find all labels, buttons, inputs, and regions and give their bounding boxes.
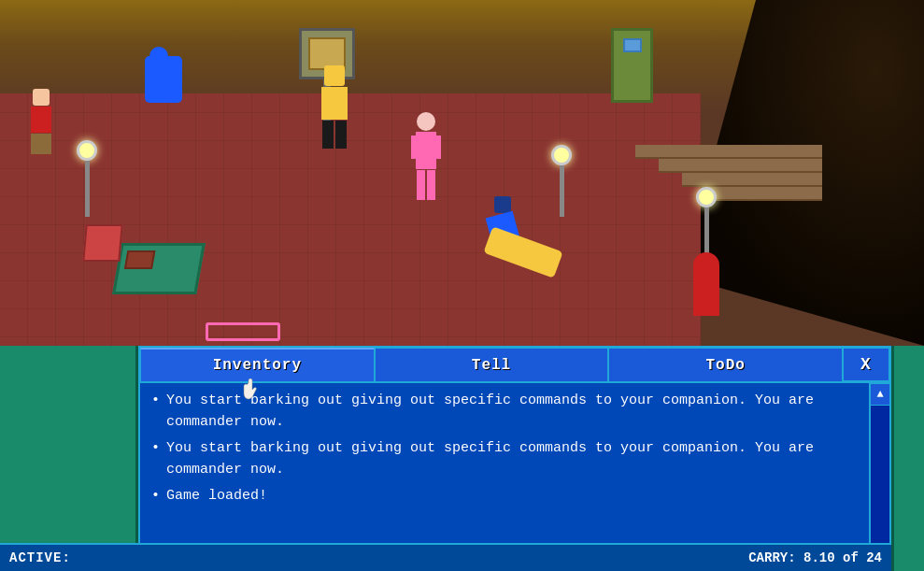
character-pink [411,112,441,201]
character-yellow [318,65,350,150]
close-button[interactable]: X [843,348,889,381]
dialog-panel: Inventory Tell ToDo X You start barking … [138,346,891,571]
game-viewport: Inventory Tell ToDo X You start barking … [0,0,924,571]
status-bar: ACTIVE: CARRY: 8.10 of 24 [0,543,891,571]
tab-todo[interactable]: ToDo [608,348,843,381]
stairs [635,145,822,257]
chair [82,224,122,262]
active-label: ACTIVE: [9,550,71,565]
game-canvas [0,0,924,364]
lamp-2 [551,145,572,217]
character-red-shirt [28,89,54,154]
tab-tell[interactable]: Tell [375,348,609,381]
character-red-hooded [691,252,721,327]
tab-inventory[interactable]: Inventory [140,348,375,381]
lamp-3 [696,187,717,254]
message-2: You start barking out giving out specifi… [151,438,878,480]
panel-left [0,346,138,571]
message-area: You start barking out giving out specifi… [140,383,889,569]
character-blue-bird [145,56,192,131]
door [611,28,653,103]
tab-bar: Inventory Tell ToDo X [140,348,889,383]
scroll-up-button[interactable]: ▲ [870,383,890,406]
panel-right [891,346,924,571]
bed [112,243,206,294]
carry-info: CARRY: 8.10 of 24 [748,550,882,565]
message-3: Game loaded! [151,486,878,507]
scrollbar: ▲ ▼ [869,383,889,569]
message-1: You start barking out giving out specifi… [151,391,878,433]
lamp-1 [77,140,97,217]
pink-marker-cursor [206,322,280,341]
scroll-track[interactable] [871,406,889,547]
